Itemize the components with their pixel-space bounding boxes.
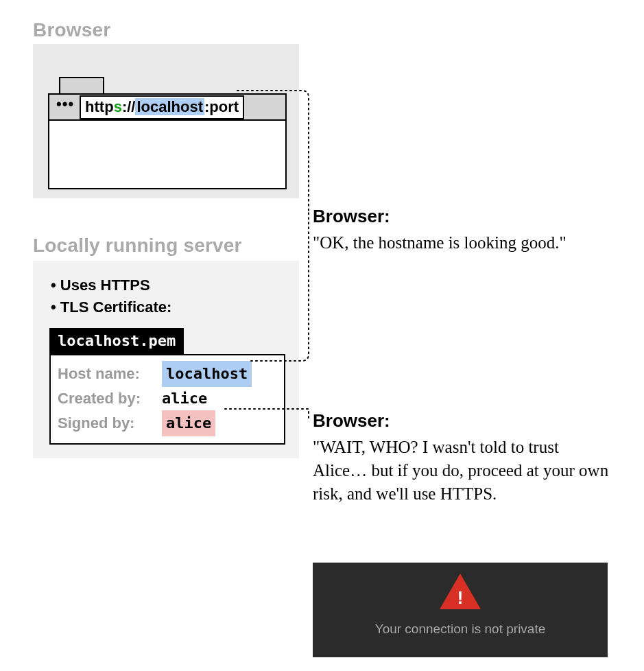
browser-tab [59,77,104,93]
cert-createdby-label: Created by: [58,387,154,410]
callout1-speech: "OK, the hostname is looking good." [313,231,601,255]
callout-signer-warning: Browser: "WAIT, WHO? I wasn't told to tr… [313,410,615,505]
cert-row-signedby: Signed by: alice [58,410,277,436]
cert-signedby-value: alice [162,410,215,436]
server-bullet-cert: TLS Certificate: [51,296,288,318]
callout1-speaker: Browser: [313,206,601,227]
callout2-speaker: Browser: [313,410,615,432]
warning-triangle-icon: ! [440,574,481,609]
url-separator: :// [122,98,136,115]
cert-row-hostname: Host name: localhost [58,361,277,387]
browser-panel: Browser ••• https://localhost:port [33,44,299,198]
browser-window: ••• https://localhost:port [48,77,287,189]
url-scheme-http: http [85,98,114,115]
server-panel-title: Locally running server [33,235,242,257]
cert-box: Host name: localhost Created by: alice S… [49,354,285,445]
server-bullet-https: Uses HTTPS [51,274,288,296]
privacy-warning-text: Your connection is not private [375,622,546,637]
browser-panel-title: Browser [33,19,110,41]
cert-hostname-value: localhost [162,361,252,387]
url-scheme-s: s [114,98,122,115]
server-bullets: Uses HTTPS TLS Certificate: [51,274,288,318]
server-panel: Locally running server Uses HTTPS TLS Ce… [33,261,299,458]
privacy-warning-card: ! Your connection is not private [313,563,608,657]
cert-hostname-label: Host name: [58,362,154,386]
cert-row-createdby: Created by: alice [58,387,277,410]
browser-viewport [48,121,287,189]
cert-createdby-value: alice [162,387,207,410]
callout-hostname-ok: Browser: "OK, the hostname is looking go… [313,206,601,255]
diagram-stage: Browser ••• https://localhost:port Local… [0,0,644,671]
url-host: localhost [135,98,204,115]
warning-exclamation: ! [456,587,464,609]
cert-signedby-label: Signed by: [58,412,154,435]
url-port: :port [204,98,239,115]
browser-tab-row [48,77,287,93]
browser-chrome-bar: ••• https://localhost:port [48,93,287,121]
cert-filename: localhost.pem [49,328,184,354]
browser-address-bar: https://localhost:port [80,95,244,119]
callout2-speech: "WAIT, WHO? I wasn't told to trust Alice… [313,436,615,505]
